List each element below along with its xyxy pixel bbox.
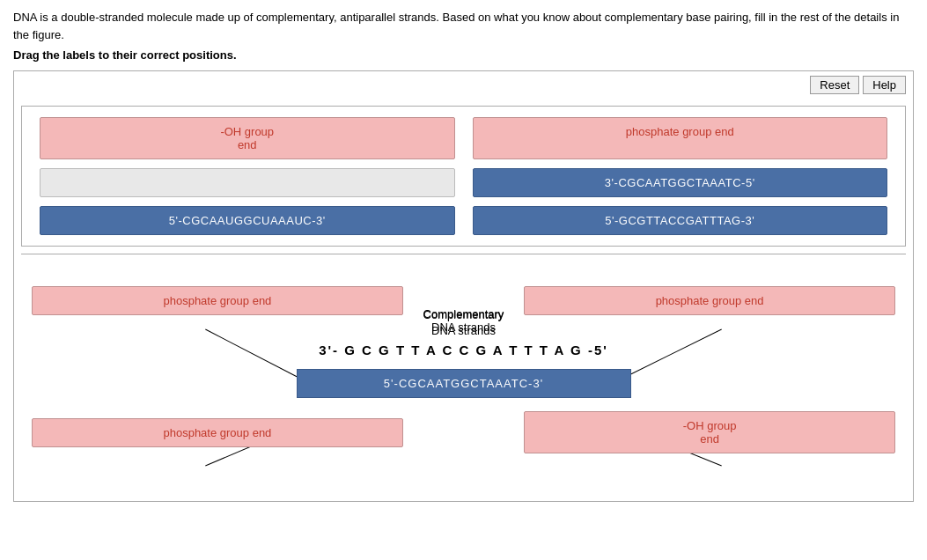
bottom-left-phosphate-label-2[interactable]: phosphate group end — [32, 418, 403, 447]
bottom-right-oh-label[interactable]: -OH group end — [524, 411, 895, 453]
main-box: Reset Help -OH group end phosphate group… — [13, 70, 914, 502]
top-label-dna-strand-5-3[interactable]: 5'-GCGTTACCGATTTAG-3' — [473, 206, 888, 235]
top-label-strand-3-5[interactable]: 3'-CGCAATGGCTAAATC-5' — [473, 168, 888, 197]
instruction-text: DNA is a double-stranded molecule made u… — [13, 9, 914, 43]
top-section: -OH group end phosphate group end 3'-CGC… — [21, 106, 906, 247]
top-label-phosphate-right[interactable]: phosphate group end — [473, 117, 888, 159]
bottom-section: Complementary DNA strands phosphate grou… — [14, 254, 913, 501]
reset-button[interactable]: Reset — [810, 76, 859, 94]
bottom-left-phosphate-label[interactable]: phosphate group end — [32, 286, 403, 315]
drag-instruction: Drag the labels to their correct positio… — [13, 48, 914, 62]
dna-strand-2[interactable]: 5'-CGCAATGGCTAAATC-3' — [297, 369, 631, 398]
top-label-oh-group[interactable]: -OH group end — [40, 117, 455, 159]
complementary-dna-label: Complementary DNA strands — [423, 307, 504, 334]
top-label-rna-strand[interactable]: 5'-CGCAAUGGCUAAAUC-3' — [40, 206, 455, 235]
dna-strand-1: 3'- G C G T T A C C G A T T T A G -5' — [319, 343, 608, 357]
help-button[interactable]: Help — [863, 76, 906, 94]
bottom-right-phosphate-label-top[interactable]: phosphate group end — [524, 286, 895, 315]
top-label-empty[interactable] — [40, 168, 455, 197]
toolbar: Reset Help — [14, 71, 913, 99]
